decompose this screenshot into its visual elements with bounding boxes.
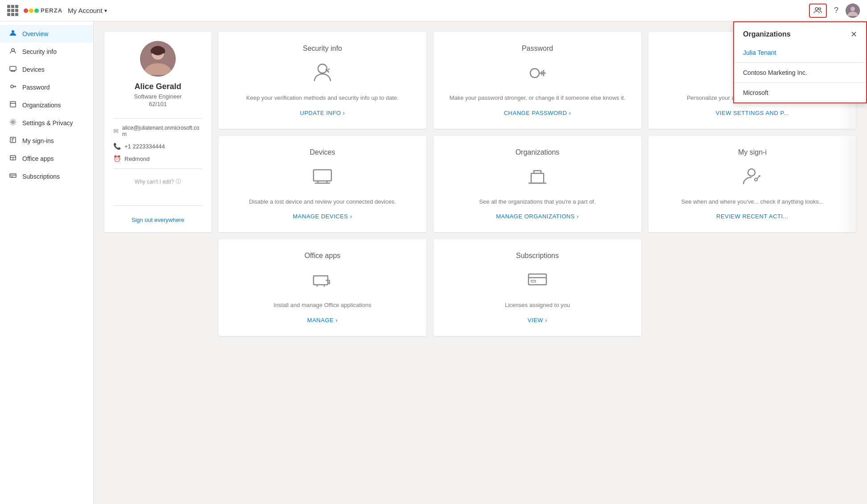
sidebar-item-organizations[interactable]: Organizations — [0, 96, 93, 114]
sidebar: Overview Security info Devices Password … — [0, 21, 94, 504]
password-desc: Make your password stronger, or change i… — [450, 94, 626, 102]
profile-count: 62/101 — [149, 101, 167, 107]
office-apps-link[interactable]: MANAGE › — [307, 317, 338, 324]
profile-phone-row: 📞 +1 2223334444 — [113, 143, 202, 150]
my-sign-ins-icon — [740, 164, 765, 190]
profile-card: Alice Gerald Software Engineer 62/101 ✉ … — [104, 32, 211, 232]
office-apps-title: Office apps — [305, 252, 341, 260]
topnav: PERZA My Account ▾ ? — [0, 0, 867, 21]
office-apps-desc: Install and manage Office applications — [273, 301, 371, 310]
help-button[interactable]: ? — [834, 6, 838, 15]
devices-card-icon — [310, 164, 335, 190]
why-edit: Why can't I edit? ⓘ — [135, 178, 181, 185]
svg-point-1 — [818, 8, 821, 10]
subscriptions-link[interactable]: VIEW › — [528, 317, 547, 324]
office-icon — [9, 154, 17, 163]
svg-point-7 — [11, 85, 13, 88]
org-list-item-1[interactable]: Contoso Marketing Inc. — [734, 62, 866, 82]
org-popup-close[interactable]: ✕ — [850, 29, 857, 39]
devices-card: Devices Disable a lost device and review… — [219, 136, 426, 233]
profile-name: Alice Gerald — [134, 82, 181, 91]
svg-rect-12 — [10, 174, 16, 177]
sidebar-item-overview[interactable]: Overview — [0, 25, 93, 43]
topnav-right: ? — [809, 4, 860, 18]
sidebar-item-security-info[interactable]: Security info — [0, 43, 93, 61]
email-icon: ✉ — [113, 127, 119, 135]
profile-avatar — [140, 41, 176, 77]
sidebar-item-my-sign-ins[interactable]: My sign-ins — [0, 132, 93, 150]
security-info-card: Security info Keep your verification met… — [219, 32, 426, 129]
security-info-desc: Keep your verification methods and secur… — [246, 94, 399, 102]
svg-rect-20 — [531, 173, 544, 183]
organizations-card: Organizations See all the organizations … — [434, 136, 641, 233]
phone-icon: 📞 — [113, 143, 121, 150]
devices-title: Devices — [310, 148, 335, 156]
main-content: Alice Gerald Software Engineer 62/101 ✉ … — [94, 21, 867, 504]
svg-point-16 — [318, 64, 327, 73]
organizations-title: Organizations — [516, 148, 560, 156]
svg-point-21 — [748, 169, 755, 176]
profile-location-row: ⏰ Redmond — [113, 155, 202, 162]
security-info-icon — [310, 60, 335, 86]
subscriptions-icon — [9, 172, 17, 181]
subscriptions-title: Subscriptions — [516, 252, 559, 260]
devices-icon — [9, 65, 17, 74]
svg-point-3 — [850, 7, 855, 11]
org-list-item-2[interactable]: Microsoft — [734, 82, 866, 102]
security-info-link[interactable]: UPDATE INFO › — [300, 110, 345, 116]
svg-rect-6 — [10, 66, 16, 70]
my-sign-ins-desc: See when and where you've... check if an… — [681, 197, 823, 206]
devices-link[interactable]: MANAGE DEVICES › — [293, 213, 352, 220]
app-name[interactable]: My Account ▾ — [68, 7, 107, 14]
user-avatar[interactable] — [846, 4, 860, 18]
logo: PERZA — [24, 7, 62, 14]
org-list: Julia Tenant Contoso Marketing Inc. Micr… — [734, 43, 866, 102]
devices-desc: Disable a lost device and review your co… — [249, 197, 396, 206]
svg-point-17 — [530, 69, 539, 78]
password-link[interactable]: CHANGE PASSWORD › — [504, 110, 571, 116]
row3-grid: Office apps Install and manage Office ap… — [104, 239, 856, 336]
password-card: Password Make your password stronger, or… — [434, 32, 641, 129]
profile-location: Redmond — [124, 156, 149, 162]
svg-point-0 — [815, 8, 818, 10]
my-sign-ins-link[interactable]: REVIEW RECENT ACTI... — [716, 213, 789, 220]
security-info-title: Security info — [303, 45, 342, 53]
office-apps-card: Office apps Install and manage Office ap… — [219, 239, 426, 336]
svg-point-23 — [759, 175, 760, 177]
org-popup-header: Organizations ✕ — [734, 22, 866, 43]
password-title: Password — [522, 45, 553, 53]
svg-point-9 — [12, 121, 14, 123]
profile-email: alice@juliatenant.onmicrosoft.com — [122, 125, 202, 137]
org-list-item-0[interactable]: Julia Tenant — [734, 43, 866, 62]
settings-privacy-link[interactable]: VIEW SETTINGS AND P... — [716, 110, 789, 116]
overview-icon — [9, 29, 17, 38]
organizations-desc: See all the organizations that you're a … — [479, 197, 595, 206]
svg-rect-19 — [314, 170, 331, 181]
subscriptions-desc: Licenses assigned to you — [505, 301, 570, 310]
profile-email-row: ✉ alice@juliatenant.onmicrosoft.com — [113, 125, 202, 137]
org-popup-title: Organizations — [743, 30, 791, 38]
settings-icon — [9, 119, 17, 127]
layout: Overview Security info Devices Password … — [0, 21, 867, 504]
profile-title: Software Engineer — [134, 93, 182, 100]
org-button[interactable] — [809, 4, 827, 18]
svg-rect-8 — [10, 102, 16, 107]
password-icon — [9, 83, 17, 92]
security-icon — [9, 47, 17, 56]
sidebar-item-settings-privacy[interactable]: Settings & Privacy — [0, 114, 93, 132]
sidebar-item-devices[interactable]: Devices — [0, 61, 93, 78]
org-popup: Organizations ✕ Julia Tenant Contoso Mar… — [733, 21, 867, 103]
organizations-link[interactable]: MANAGE ORGANIZATIONS › — [496, 213, 579, 220]
svg-rect-25 — [528, 274, 546, 285]
my-sign-ins-card: My sign-i See when and where you've... c… — [648, 136, 856, 233]
sidebar-item-subscriptions[interactable]: Subscriptions — [0, 168, 93, 185]
sidebar-item-office-apps[interactable]: Office apps — [0, 150, 93, 168]
sign-out-link[interactable]: Sign out everywhere — [132, 217, 185, 223]
svg-point-4 — [12, 30, 14, 33]
waffle-icon[interactable] — [7, 5, 18, 16]
sidebar-item-password[interactable]: Password — [0, 78, 93, 96]
svg-point-22 — [755, 178, 757, 181]
org-nav-icon — [9, 101, 17, 110]
my-sign-ins-title: My sign-i — [738, 148, 767, 156]
sign-ins-icon — [9, 136, 17, 145]
